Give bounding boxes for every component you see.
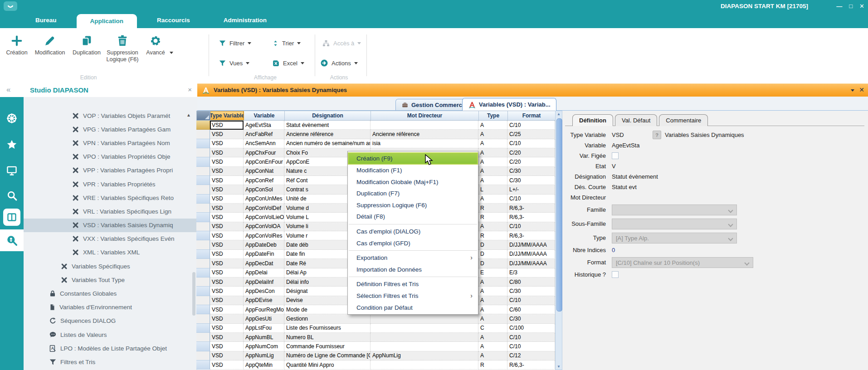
table-cell[interactable]: AppConVolRes (244, 231, 284, 240)
row-selector[interactable] (196, 333, 210, 342)
help-icon[interactable]: ? (653, 131, 661, 139)
row-selector[interactable] (196, 185, 210, 194)
sidebar-item-vpr[interactable]: VPR : Variables Propriétés (24, 177, 197, 191)
table-cell[interactable]: Ancien numéro de semaine/num année (284, 139, 371, 148)
row-selector[interactable] (196, 250, 210, 259)
menu-item-selection-filtres-et-tris[interactable]: Sélection Filtres et Tris› (348, 290, 478, 302)
table-cell[interactable]: Numero BL (284, 333, 371, 342)
menu-item-cas-d-emploi-dialog[interactable]: Cas d'emploi (DIALOG) (348, 226, 478, 238)
rail-item-search[interactable] (0, 185, 24, 206)
sidebar-item-variables-tout-type[interactable]: Variables Tout Type (24, 273, 197, 287)
table-cell[interactable]: C/12 (507, 351, 555, 360)
table-cell[interactable]: AppConVolLieOA (244, 213, 284, 222)
table-cell[interactable]: L (478, 185, 507, 194)
duplication-button[interactable]: Duplication (69, 34, 104, 56)
scroll-down-arrow-icon[interactable]: ▼ (556, 365, 562, 369)
avance-button[interactable]: Avancé (141, 34, 170, 56)
table-cell[interactable]: AppDesCon (244, 287, 284, 296)
sidebar-item-vrl[interactable]: VRL : Variables Spécifiques Lign (24, 204, 197, 218)
table-cell[interactable]: AppDateFin (244, 250, 284, 259)
table-cell[interactable]: VSD (210, 157, 244, 166)
sidebar-item-variables-d-environnement[interactable]: Variables d'Environnement (24, 301, 197, 314)
document-tab-variables-vsd-variab[interactable]: Variables (VSD) : Variab... (462, 98, 556, 111)
table-cell[interactable]: AppLstFou (244, 324, 284, 333)
table-cell[interactable]: AppDEvise (244, 296, 284, 305)
table-cell[interactable]: VSD (210, 231, 244, 240)
table-row[interactable]: VSDAppLstFouListe des FournisseursCC/100 (196, 324, 555, 333)
table-cell[interactable]: A (478, 287, 507, 296)
table-cell[interactable]: A (478, 148, 507, 157)
table-cell[interactable]: C/20 (507, 148, 555, 157)
table-cell[interactable]: AncSemAnn (244, 139, 284, 148)
menu-item-duplication-f7[interactable]: Duplication (F7) (348, 188, 478, 200)
suppression-logique-f6-button[interactable]: Suppression Logique (F6) (104, 34, 141, 63)
row-selector[interactable] (196, 240, 210, 249)
table-cell[interactable]: R/6,3- (507, 360, 555, 370)
table-cell[interactable]: isia (371, 139, 478, 148)
row-selector[interactable] (196, 176, 210, 185)
row-selector[interactable] (196, 360, 210, 370)
sidebar-item-lpo[interactable]: A LPO : Modèles de Liste Partagée Objet (24, 341, 197, 355)
sidebar-item-sequences-dialog[interactable]: Séquences DIALOG (24, 314, 197, 328)
tree-scrollbar-thumb[interactable] (192, 272, 195, 316)
table-cell[interactable] (371, 121, 478, 130)
table-cell[interactable]: Gestionn (284, 314, 371, 323)
row-selector[interactable] (196, 268, 210, 278)
row-selector[interactable] (196, 342, 210, 351)
table-cell[interactable]: VSD (210, 195, 244, 204)
table-cell[interactable]: D/JJ/MM/AAAA (507, 250, 555, 259)
column-header-designation[interactable]: Désignation (285, 111, 371, 120)
sidebar-item-vsd[interactable]: VSD : Variables Saisies Dynamiq (24, 219, 197, 232)
table-cell[interactable]: VSD (210, 250, 244, 259)
table-cell[interactable]: VSD (210, 204, 244, 213)
table-cell[interactable]: AgeEvtSta (244, 121, 284, 130)
chevron-down-icon[interactable] (170, 52, 173, 54)
menu-tab-raccourcis[interactable]: Raccourcis (143, 12, 204, 28)
table-cell[interactable]: VSD (210, 351, 244, 360)
table-cell[interactable]: A (478, 314, 507, 323)
document-close-icon[interactable]: ✕ (859, 86, 864, 93)
table-cell[interactable]: AppQteMin (244, 360, 284, 370)
row-selector[interactable] (196, 351, 210, 360)
table-cell[interactable]: C/10 (507, 342, 555, 351)
table-cell[interactable]: VSD (210, 240, 244, 249)
rail-item-wheel[interactable] (0, 108, 24, 129)
table-cell[interactable] (371, 360, 478, 370)
table-cell[interactable]: VSD (210, 305, 244, 314)
detail-tab-val-defaut[interactable]: Val. Défaut (615, 114, 657, 126)
table-cell[interactable]: C/30 (507, 314, 555, 323)
sidebar-item-constantes-globales[interactable]: Constantes Globales (24, 287, 197, 300)
sidebar-item-vpg[interactable]: VPG : Variables Partagées Gam (24, 122, 197, 136)
table-cell[interactable]: AppGesUti (244, 314, 284, 323)
row-selector[interactable] (196, 259, 210, 268)
table-cell[interactable]: A (478, 351, 507, 360)
table-cell[interactable]: AppConRef (244, 176, 284, 185)
table-cell[interactable]: L+/- (507, 185, 555, 194)
table-cell[interactable]: D/JJ/MM/AAAA (507, 259, 555, 268)
table-cell[interactable]: C/20 (507, 157, 555, 166)
sidebar-item-vre[interactable]: VRE : Variables Spécifiques Reto (24, 191, 197, 204)
menu-item-detail-f8[interactable]: Détail (F8) (348, 211, 478, 223)
table-cell[interactable]: VSD (210, 121, 244, 130)
table-cell[interactable]: Quantité Mini Appro (284, 360, 371, 370)
table-cell[interactable]: AppNumBL (244, 333, 284, 342)
trier-button[interactable]: Trier (272, 37, 301, 49)
type-select[interactable]: [A] Type Alp. (612, 233, 737, 243)
table-cell[interactable]: C (478, 324, 507, 333)
column-header-format[interactable]: Format (508, 111, 556, 120)
table-cell[interactable] (371, 342, 478, 351)
detail-tab-commentaire[interactable]: Commentaire (659, 114, 708, 126)
modification-button[interactable]: Modification (32, 34, 68, 56)
table-vertical-scrollbar[interactable]: ▲ ▼ (555, 111, 562, 370)
table-cell[interactable] (371, 333, 478, 342)
table-cell[interactable]: A (478, 342, 507, 351)
table-cell[interactable]: AppConSol (244, 185, 284, 194)
table-cell[interactable]: VSD (210, 278, 244, 287)
table-row[interactable]: VSDAppNumLigNuméro de Ligne de Commande … (196, 351, 555, 360)
table-cell[interactable]: Numéro de Ligne de Commande [C] (284, 351, 371, 360)
table-cell[interactable]: Liste des Fournisseurs (284, 324, 371, 333)
row-selector[interactable] (196, 204, 210, 213)
table-cell[interactable]: A (478, 222, 507, 231)
table-cell[interactable]: AppConEnFour (244, 157, 284, 166)
table-cell[interactable]: R (478, 360, 507, 370)
